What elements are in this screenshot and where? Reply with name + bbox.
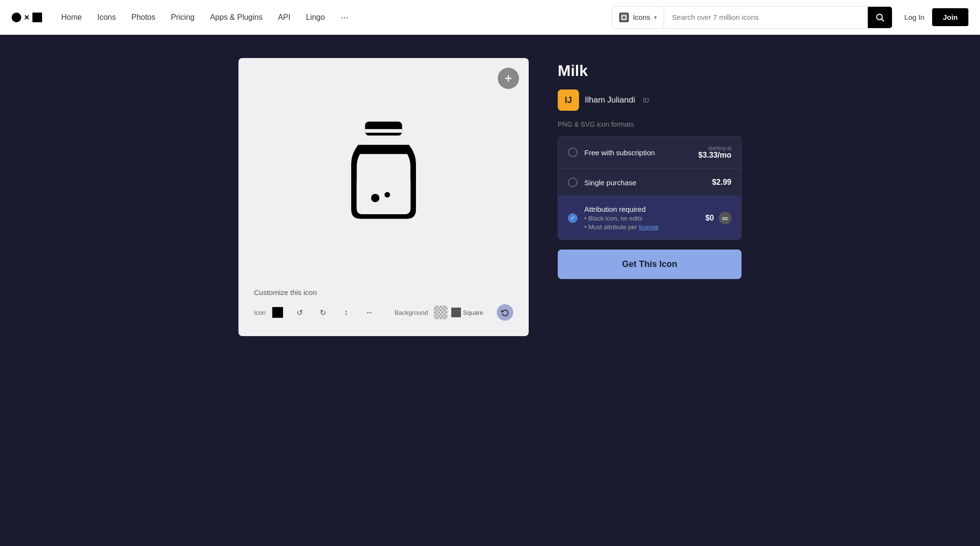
svg-line-2 [882,19,884,21]
nav-photos[interactable]: Photos [131,13,155,22]
icon-color-group: Icon [254,307,283,318]
author-name[interactable]: Ilham Juliandi [585,95,635,105]
subscription-option[interactable]: Free with subscription starting at $3.33… [558,136,741,169]
subscription-price: starting at $3.33/mo [698,145,731,160]
subscription-label: Free with subscription [584,148,692,157]
nav-lingo[interactable]: Lingo [306,13,325,22]
single-purchase-option[interactable]: Single purchase $2.99 [558,169,741,196]
attribution-price-group: $0 cc [705,212,731,224]
reset-customization-button[interactable] [497,304,513,321]
customize-title: Customize this icon [254,288,513,296]
rotate-right-button[interactable]: ↻ [316,306,330,319]
pricing-options: Free with subscription starting at $3.33… [558,136,742,240]
nav-apps[interactable]: Apps & Plugins [210,13,263,22]
attribution-price: $0 [705,214,714,222]
square-bg-swatch[interactable]: Square [451,308,483,317]
search-bar: Icons ▾ [612,6,892,29]
square-label: Square [463,309,483,316]
header-actions: Log In Join [904,8,968,26]
attribution-label: Attribution required [584,205,698,213]
flip-horizontal-button[interactable]: ↕ [340,306,353,319]
square-bg-color [451,308,461,317]
nav-api[interactable]: API [278,13,291,22]
info-panel: Milk IJ Ilham Juliandi ID PNG & SVG icon… [558,58,742,279]
icon-title: Milk [558,62,742,80]
attribution-option[interactable]: Attribution required • Black icon, no ed… [558,196,741,239]
icon-label: Icon [254,309,266,316]
main-content: Customize this icon Icon ↺ ↻ ↕ ↔ Backgro… [0,35,980,546]
flip-vertical-button[interactable]: ↔ [363,306,376,319]
single-purchase-price-value: $2.99 [712,178,731,187]
attribution-sublabel2: • Must attribute per license [584,223,698,231]
logo-x: × [24,13,30,22]
background-group: Background Square [395,306,483,319]
login-button[interactable]: Log In [904,13,924,21]
nav-home[interactable]: Home [61,13,82,22]
icon-panel: Customize this icon Icon ↺ ↻ ↕ ↔ Backgro… [238,58,529,336]
icon-color-swatch[interactable] [272,307,283,318]
single-purchase-price: $2.99 [712,178,731,187]
author-avatar[interactable]: IJ [558,89,579,111]
license-link[interactable]: license [639,223,658,231]
subscription-text: Free with subscription [584,148,692,157]
get-icon-button[interactable]: Get This Icon [558,250,742,279]
author-row: IJ Ilham Juliandi ID [558,89,742,111]
nav-pricing[interactable]: Pricing [171,13,194,22]
customize-controls: Icon ↺ ↻ ↕ ↔ Background Square [254,304,513,321]
attribution-radio [568,213,578,223]
logo[interactable]: × [12,13,42,22]
main-nav: Home Icons Photos Pricing Apps & Plugins… [61,12,601,23]
nav-icons[interactable]: Icons [97,13,116,22]
subscription-price-label: starting at [698,145,731,151]
svg-rect-6 [365,129,402,133]
attribution-price-value: $0 [705,214,714,222]
icons-category-icon [619,13,629,22]
svg-point-8 [385,192,390,197]
nav-more[interactable]: ··· [341,12,349,23]
chevron-down-icon: ▾ [654,14,657,21]
attribution-text: Attribution required • Black icon, no ed… [584,205,698,231]
subscription-radio [568,148,578,157]
join-button[interactable]: Join [932,8,968,26]
logo-circle [12,13,21,22]
customize-section: Customize this icon Icon ↺ ↻ ↕ ↔ Backgro… [254,279,513,321]
transparent-bg-swatch[interactable] [434,306,447,319]
icon-display-area [254,74,513,267]
svg-rect-5 [365,122,402,136]
logo-square [32,13,42,22]
creative-commons-badge: cc [719,212,731,224]
add-to-collection-button[interactable] [498,68,519,89]
attribution-sublabel1: • Black icon, no edits [584,215,698,222]
header: × Home Icons Photos Pricing Apps & Plugi… [0,0,980,35]
background-label: Background [395,309,428,316]
svg-point-1 [877,14,883,20]
single-purchase-label: Single purchase [584,178,705,187]
search-button[interactable] [868,7,892,28]
search-input[interactable] [664,7,868,28]
author-country: ID [643,97,649,104]
svg-point-7 [371,194,379,202]
search-category-label: Icons [633,13,650,21]
single-purchase-radio [568,177,578,187]
milk-bottle-icon [335,117,432,223]
rotate-left-button[interactable]: ↺ [293,306,307,319]
subscription-price-value: $3.33/mo [698,151,731,160]
single-purchase-text: Single purchase [584,178,705,187]
formats-text: PNG & SVG icon formats [558,120,742,128]
search-category-selector[interactable]: Icons ▾ [612,7,664,28]
